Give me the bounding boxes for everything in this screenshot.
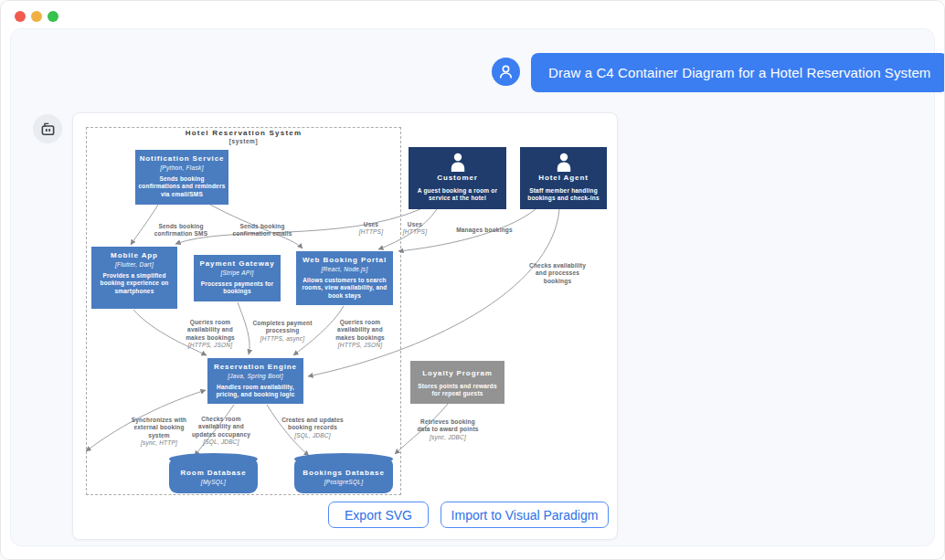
node-title: Mobile App <box>111 251 158 260</box>
maximize-button[interactable] <box>48 11 58 22</box>
node-tech: [PostgreSQL] <box>324 479 364 485</box>
person-icon <box>447 153 469 172</box>
node-desc: Provides a simplified booking experience… <box>94 272 175 296</box>
node-desc: A guest booking a room or service at the… <box>411 187 504 204</box>
node-title: Hotel Agent <box>538 174 589 183</box>
edge-label-uses-mobile: Uses[HTTPS] <box>359 221 383 237</box>
user-message-bubble: Draw a C4 Container Diagram for a Hotel … <box>531 53 945 92</box>
edge-label-completes-payment: Completes payment processing[HTTPS, asyn… <box>252 320 312 343</box>
person-icon <box>553 153 575 172</box>
node-desc: Staff member handling bookings and check… <box>523 187 604 204</box>
edge-label-sms: Sends booking confirmation SMS <box>154 223 207 238</box>
node-tech: [Stripe API] <box>220 269 253 276</box>
node-title: Loyalty Program <box>422 369 493 378</box>
node-tech: [Flutter, Dart] <box>115 261 154 268</box>
node-title: Payment Gateway <box>200 259 275 269</box>
edge-label-manages: Manages bookings <box>456 227 513 234</box>
edge-label-emails: Sends booking confirmation emails <box>232 223 292 238</box>
node-desc: Sends booking confirmations and reminder… <box>138 175 226 199</box>
system-boundary-title: Hotel Reservation System [system] <box>86 129 401 144</box>
node-payment-gateway: Payment Gateway [Stripe API] Processes p… <box>194 255 281 301</box>
edge-label-queries-portal: Queries room availability and makes book… <box>335 319 385 350</box>
node-title: Web Booking Portal <box>303 256 387 265</box>
node-tech: [MySQL] <box>201 479 226 485</box>
node-title: Bookings Database <box>303 469 385 478</box>
node-desc: Stores points and rewards for repeat gue… <box>413 383 502 399</box>
node-customer: Customer A guest booking a room or servi… <box>409 147 506 209</box>
boundary-subtitle-text: [system] <box>86 138 401 144</box>
robot-icon <box>38 120 58 139</box>
node-title: Room Database <box>180 469 246 478</box>
edge-label-checks-avail: Checks availability and processes bookin… <box>529 262 586 285</box>
node-tech: [Java, Spring Boot] <box>228 373 283 379</box>
app-window: Draw a C4 Container Diagram for a Hotel … <box>0 0 945 560</box>
edge-label-queries-mobile: Queries room availability and makes book… <box>186 319 235 350</box>
edge-completes-payment-line <box>238 302 250 354</box>
node-tech: [React, Node.js] <box>321 266 367 272</box>
edge-label-retrieves: Retrieves booking data to award points[s… <box>417 418 478 441</box>
edge-label-creates-records: Creates and updates booking records[SQL,… <box>281 417 344 439</box>
edge-label-checks-room: Checks room availability and updates occ… <box>192 416 250 447</box>
node-bookings-database: Bookings Database [PostgreSQL] <box>294 459 393 493</box>
node-web-booking-portal: Web Booking Portal [React, Node.js] Allo… <box>296 251 393 305</box>
node-title: Notification Service <box>140 154 225 164</box>
node-mobile-app: Mobile App [Flutter, Dart] Provides a si… <box>91 247 177 309</box>
edge-uses-mobile-line <box>175 209 420 244</box>
edge-label-uses-portal: Uses[HTTPS] <box>403 221 427 237</box>
node-reservation-engine: Reservation Engine [Java, Spring Boot] H… <box>207 358 303 404</box>
node-desc: Allows customers to search rooms, view a… <box>299 277 390 301</box>
node-tech: [Python, Flask] <box>160 164 204 171</box>
edge-label-synchronizes: Synchronizes with external booking syste… <box>132 417 186 448</box>
node-title: Reservation Engine <box>214 363 297 372</box>
user-person-icon <box>498 64 514 79</box>
window-titlebar <box>1 1 944 28</box>
node-room-database: Room Database [MySQL] <box>169 459 258 493</box>
bot-avatar <box>33 114 62 143</box>
diagram-card: Hotel Reservation System [system] <box>72 112 618 540</box>
user-avatar <box>492 58 520 86</box>
minimize-button[interactable] <box>31 11 42 22</box>
node-notification-service: Notification Service [Python, Flask] Sen… <box>135 150 228 205</box>
diagram-canvas: Hotel Reservation System [system] <box>73 113 617 539</box>
close-button[interactable] <box>15 11 26 22</box>
node-desc: Processes payments for bookings <box>196 280 278 297</box>
boundary-title-text: Hotel Reservation System <box>86 129 401 137</box>
node-desc: Handles room availability, pricing, and … <box>210 384 301 400</box>
node-hotel-agent: Hotel Agent Staff member handling bookin… <box>520 147 607 209</box>
node-loyalty-program: Loyalty Program Stores points and reward… <box>410 361 504 404</box>
node-title: Customer <box>437 174 478 183</box>
user-message-text: Draw a C4 Container Diagram for a Hotel … <box>548 65 930 80</box>
